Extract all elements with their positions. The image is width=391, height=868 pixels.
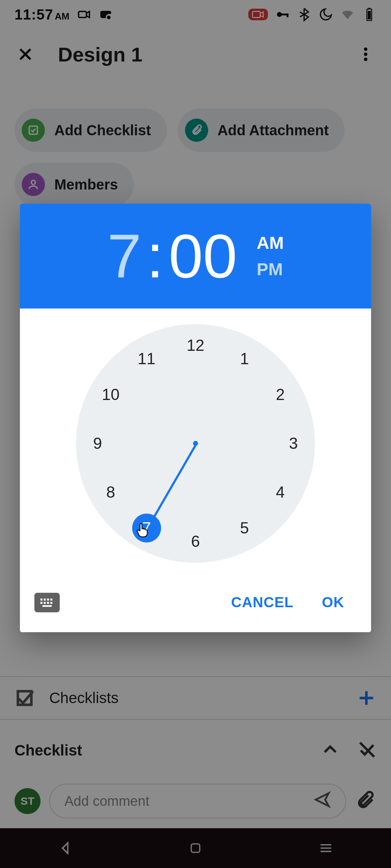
time-minute[interactable]: 00 — [169, 225, 237, 287]
am-toggle[interactable]: AM — [257, 233, 284, 253]
svg-rect-20 — [41, 602, 43, 604]
clock-hour-3[interactable]: 3 — [279, 429, 308, 458]
pm-toggle[interactable]: PM — [257, 259, 284, 279]
cancel-button[interactable]: CANCEL — [219, 587, 306, 618]
time-picker-dialog: 7 : 00 AM PM 12 1 2 3 4 5 6 7 — [20, 204, 371, 632]
clock-hour-12[interactable]: 12 — [181, 331, 210, 360]
svg-rect-22 — [47, 602, 49, 604]
svg-rect-17 — [44, 599, 46, 601]
svg-rect-23 — [50, 602, 52, 604]
clock-hour-6[interactable]: 6 — [181, 527, 210, 556]
clock-hour-9[interactable]: 9 — [83, 429, 112, 458]
svg-rect-24 — [42, 605, 52, 607]
clock-hour-10[interactable]: 10 — [96, 380, 125, 409]
svg-rect-19 — [50, 599, 52, 601]
clock-hour-1[interactable]: 1 — [230, 344, 259, 373]
time-picker-header: 7 : 00 AM PM — [20, 204, 371, 309]
clock-hour-2[interactable]: 2 — [266, 380, 295, 409]
keyboard-input-button[interactable] — [34, 593, 60, 612]
time-colon: : — [147, 225, 164, 287]
clock-hour-5[interactable]: 5 — [230, 514, 259, 542]
clock-hour-8[interactable]: 8 — [96, 478, 125, 507]
svg-rect-16 — [41, 599, 43, 601]
clock-face[interactable]: 12 1 2 3 4 5 6 7 8 9 10 11 — [76, 324, 315, 563]
clock-hour-7[interactable]: 7 — [132, 514, 161, 542]
ok-button[interactable]: OK — [310, 587, 357, 618]
svg-rect-21 — [44, 602, 46, 604]
time-hour[interactable]: 7 — [107, 225, 142, 287]
svg-rect-18 — [47, 599, 49, 601]
clock-hour-4[interactable]: 4 — [266, 478, 295, 507]
clock-hour-11[interactable]: 11 — [132, 344, 161, 373]
clock-hand — [148, 443, 197, 526]
